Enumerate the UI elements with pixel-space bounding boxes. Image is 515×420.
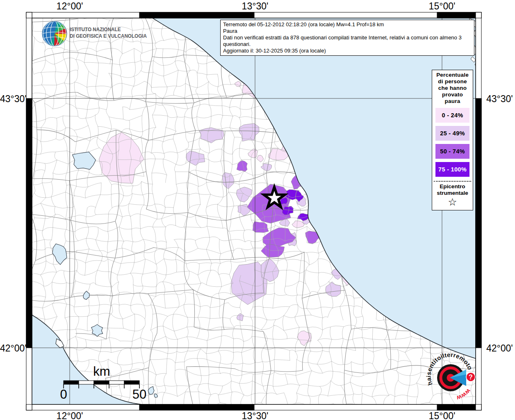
- legend-class-0-24: 0 - 24%: [435, 108, 469, 123]
- lat-label-left-42: 42°00': [0, 343, 25, 354]
- scale-bar-unit: km: [93, 364, 110, 379]
- earthquake-title: Terremoto del 05-12-2012 02:18:20 (ora l…: [223, 21, 472, 28]
- ingv-name-line2: DI GEOFISICA E VULCANOLOGIA: [70, 33, 147, 39]
- epicenter-label: Epicentro strumentale: [432, 183, 473, 196]
- updated-at: Aggiornato il: 30-12-2025 09:35 (ora loc…: [223, 48, 472, 54]
- legend-class-75-100: 75 - 100%: [435, 162, 469, 177]
- legend: Percentuale di persone che hanno provato…: [432, 70, 473, 210]
- lat-label-right-42: 42°00': [486, 343, 513, 354]
- ingv-name-line1: ISTITUTO NAZIONALE: [70, 26, 121, 32]
- lon-label-top-15: 15°00': [429, 1, 456, 12]
- lon-label-top-1330: 13°30': [242, 1, 269, 12]
- lon-label-top-12: 12°00': [57, 1, 83, 12]
- question-mark: ?: [469, 374, 473, 381]
- legend-divider: [434, 181, 471, 182]
- haisentito-map-report: { "header": { "line1": "Terremoto del 05…: [0, 0, 515, 420]
- data-disclaimer: Dati non verificati estratti da 878 ques…: [223, 34, 472, 48]
- legend-class-50-74: 50 - 74%: [435, 144, 469, 159]
- legend-class-25-49: 25 - 49%: [435, 126, 469, 141]
- earthquake-info-box: Terremoto del 05-12-2012 02:18:20 (ora l…: [220, 20, 474, 56]
- scale-bar-start: 0: [60, 387, 67, 402]
- map-subject: Paura: [223, 28, 472, 34]
- lat-label-right-4330: 43°30': [486, 94, 513, 105]
- legend-title: Percentuale di persone che hanno provato…: [432, 72, 473, 105]
- lon-label-bot-1330: 13°30': [242, 411, 269, 420]
- lon-label-bot-15: 15°00': [429, 411, 456, 420]
- scale-bar-end: 50: [132, 387, 146, 402]
- lat-label-left-4330: 43°30': [0, 94, 25, 105]
- lon-label-bot-12: 12°00': [57, 411, 83, 420]
- epicenter-star-icon: ☆: [432, 196, 473, 208]
